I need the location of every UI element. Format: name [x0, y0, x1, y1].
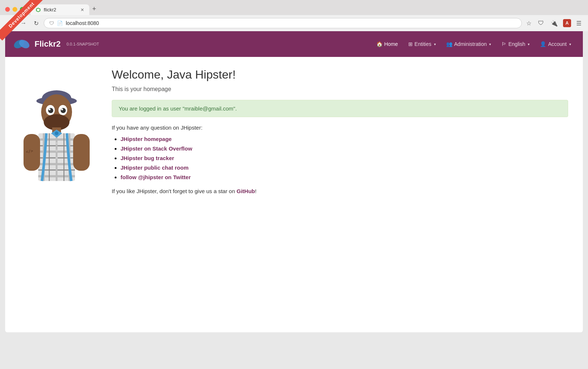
admin-caret: ▾ [489, 42, 491, 46]
flag-icon: 🏳 [501, 41, 506, 47]
brand-version: 0.0.1-SNAPSHOT [67, 42, 99, 46]
github-paragraph: If you like JHipster, don't forget to gi… [112, 188, 568, 194]
english-caret: ▾ [528, 42, 530, 46]
app-wrapper: Development Flickr2 0.0.1-SNAPSHOT 🏠 Hom… [5, 31, 583, 332]
browser-window: flickr2 ✕ + ← → ↻ 🛡 📄 localhost:8080 ☆ 🛡… [0, 0, 588, 369]
bookmark-button[interactable]: ☆ [525, 18, 533, 28]
content-area: Welcome, Java Hipster! This is your home… [112, 68, 568, 216]
nav-administration-label: Administration [454, 41, 487, 47]
jhipster-links: JHipster homepage JHipster on Stack Over… [112, 136, 568, 181]
list-item: JHipster public chat room [121, 164, 568, 171]
grid-icon: ⊞ [408, 41, 413, 47]
nav-home-label: Home [384, 41, 398, 47]
tab-close-button[interactable]: ✕ [80, 7, 84, 12]
maximize-window-button[interactable] [20, 7, 25, 12]
tab-title: flickr2 [44, 7, 56, 12]
toolbar-right: ☆ 🛡 🔌 A ☰ [525, 18, 583, 28]
svg-point-11 [49, 109, 51, 111]
logged-in-alert: You are logged in as user "mraible@gmail… [112, 100, 568, 117]
navbar: Flickr2 0.0.1-SNAPSHOT 🏠 Home ⊞ Entities… [5, 31, 583, 57]
question-text: If you have any question on JHipster: [112, 124, 568, 131]
brand-title: Flickr2 [35, 39, 61, 49]
jhipster-bugtracker-link[interactable]: JHipster bug tracker [121, 155, 174, 161]
mascot-area: </> [20, 68, 101, 216]
nav-entities-label: Entities [415, 41, 431, 47]
mascot-image: </> [20, 68, 93, 215]
nav-home[interactable]: 🏠 Home [372, 38, 402, 50]
logged-in-message: You are logged in as user "mraible@gmail… [119, 105, 237, 112]
entities-caret: ▾ [434, 42, 436, 46]
svg-point-29 [55, 131, 58, 135]
menu-button[interactable]: ☰ [575, 18, 583, 28]
brand-link[interactable]: Flickr2 0.0.1-SNAPSHOT [12, 35, 99, 53]
svg-point-9 [48, 108, 53, 113]
shield-button[interactable]: 🛡 [537, 18, 545, 28]
browser-toolbar: ← → ↻ 🛡 📄 localhost:8080 ☆ 🛡 🔌 A ☰ [0, 15, 588, 31]
github-text-before: If you like JHipster, don't forget to gi… [112, 188, 237, 194]
nav-account[interactable]: 👤 Account ▾ [535, 38, 576, 50]
welcome-title: Welcome, Java Hipster! [112, 68, 568, 82]
browser-titlebar: flickr2 ✕ + [0, 0, 588, 15]
account-caret: ▾ [569, 42, 571, 46]
minimize-window-button[interactable] [12, 7, 17, 12]
jhipster-homepage-link[interactable]: JHipster homepage [121, 136, 172, 142]
list-item: JHipster bug tracker [121, 155, 568, 162]
tab-favicon [36, 7, 41, 12]
address-bar[interactable]: 🛡 📄 localhost:8080 [44, 18, 522, 28]
nav-account-label: Account [548, 41, 567, 47]
tab-bar: flickr2 ✕ + [31, 4, 583, 15]
back-button[interactable]: ← [5, 18, 15, 28]
nav-links: 🏠 Home ⊞ Entities ▾ 👥 Administration ▾ [372, 38, 576, 50]
jhipster-stackoverflow-link[interactable]: JHipster on Stack Overflow [121, 145, 192, 152]
forward-button[interactable]: → [18, 18, 29, 28]
svg-point-3 [18, 38, 31, 50]
github-link[interactable]: GitHub [237, 188, 255, 194]
new-tab-button[interactable]: + [89, 4, 99, 14]
nav-administration[interactable]: 👥 Administration ▾ [442, 38, 496, 50]
svg-point-33 [75, 158, 86, 169]
svg-point-36 [55, 149, 58, 152]
brand-logo [12, 35, 31, 53]
nav-english[interactable]: 🏳 English ▾ [497, 38, 534, 50]
extension-button[interactable]: 🔌 [549, 18, 559, 28]
jhipster-twitter-link[interactable]: follow @jhipster on Twitter [121, 174, 191, 180]
window-controls [5, 7, 25, 12]
svg-point-32 [27, 158, 39, 169]
list-item: JHipster homepage [121, 136, 568, 142]
home-icon: 🏠 [376, 41, 383, 47]
user-icon: 👤 [540, 41, 546, 47]
url-text: localhost:8080 [66, 20, 516, 26]
user-avatar[interactable]: A [563, 19, 571, 27]
security-icon: 🛡 [49, 21, 54, 26]
svg-point-37 [55, 157, 58, 159]
github-text-after: ! [255, 188, 257, 194]
nav-english-label: English [508, 41, 525, 47]
close-window-button[interactable] [5, 7, 10, 12]
list-item: follow @jhipster on Twitter [121, 174, 568, 181]
nav-entities[interactable]: ⊞ Entities ▾ [404, 38, 440, 50]
svg-point-10 [61, 108, 66, 113]
homepage-subtitle: This is your homepage [112, 86, 568, 93]
active-tab[interactable]: flickr2 ✕ [31, 4, 89, 15]
jhipster-chat-link[interactable]: JHipster public chat room [121, 164, 189, 171]
svg-point-35 [55, 142, 58, 144]
reload-button[interactable]: ↻ [32, 18, 41, 28]
main-content: </> Welcome, Java Hipster! This is your … [5, 57, 583, 227]
svg-point-12 [61, 109, 63, 111]
list-item: JHipster on Stack Overflow [121, 145, 568, 152]
page-icon: 📄 [57, 21, 63, 26]
admin-icon: 👥 [446, 41, 452, 47]
